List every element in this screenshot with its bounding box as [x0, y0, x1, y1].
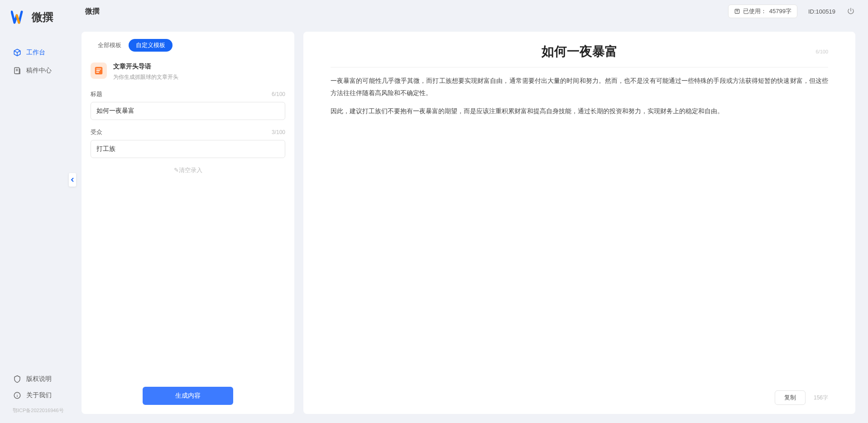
divider: [331, 67, 828, 67]
output-header: 6/100: [303, 32, 855, 63]
form-group-audience: 受众 3/100: [91, 128, 285, 158]
sidebar-footer: 版权说明 关于我们: [0, 371, 72, 404]
icp-text: 鄂ICP备2022016946号: [0, 404, 72, 414]
audience-input[interactable]: [91, 140, 285, 158]
template-header: 文章开头导语 为你生成抓眼球的文章开头: [82, 57, 294, 90]
logout-button[interactable]: [846, 7, 855, 16]
power-icon: [847, 7, 855, 15]
output-footer: 复制 156字: [303, 383, 855, 414]
footer-item-about[interactable]: 关于我们: [13, 387, 72, 404]
template-icon: [91, 62, 107, 79]
tab-all-templates[interactable]: 全部模板: [91, 39, 129, 52]
template-desc: 为你生成抓眼球的文章开头: [113, 73, 178, 81]
output-paragraph: 一夜暴富的可能性几乎微乎其微，而打工族想要实现财富自由，通常需要付出大量的时间和…: [331, 75, 828, 99]
document-icon: [13, 66, 22, 75]
footer-item-copyright[interactable]: 版权说明: [13, 371, 72, 387]
sidebar: 微撰 工作台: [0, 0, 72, 423]
text-icon: [734, 8, 740, 14]
shield-icon: [13, 375, 22, 384]
template-title: 文章开头导语: [113, 62, 178, 71]
tabs: 全部模板 自定义模板: [82, 32, 294, 57]
output-word-count: 156字: [814, 394, 828, 402]
right-panel: 6/100 一夜暴富的可能性几乎微乎其微，而打工族想要实现财富自由，通常需要付出…: [303, 32, 855, 414]
template-info: 文章开头导语 为你生成抓眼球的文章开头: [113, 62, 178, 81]
form: 标题 6/100 受众 3/100 ✎清空录入: [82, 90, 294, 380]
logo-icon: [11, 9, 27, 25]
page-title: 微撰: [85, 7, 100, 16]
usage-badge[interactable]: 已使用： 45799字: [728, 5, 797, 18]
usage-value: 45799字: [769, 7, 791, 15]
nav: 工作台 稿件中心: [0, 43, 72, 371]
copy-button[interactable]: 复制: [775, 390, 806, 405]
cube-icon: [13, 48, 22, 57]
generate-button[interactable]: 生成内容: [143, 387, 233, 405]
output-title-count: 6/100: [815, 49, 828, 54]
logo[interactable]: 微撰: [0, 9, 72, 25]
output-title-input[interactable]: [331, 44, 828, 59]
nav-item-drafts[interactable]: 稿件中心: [13, 62, 72, 80]
title-label: 标题: [91, 90, 102, 98]
header-right: 已使用： 45799字 ID:100519: [728, 5, 855, 18]
clear-input-button[interactable]: ✎清空录入: [91, 166, 285, 174]
usage-label: 已使用：: [743, 7, 767, 15]
form-group-title: 标题 6/100: [91, 90, 285, 120]
nav-item-label: 稿件中心: [26, 67, 52, 75]
info-icon: [13, 391, 22, 400]
sidebar-collapse-button[interactable]: [69, 173, 76, 187]
tab-custom-templates[interactable]: 自定义模板: [129, 39, 173, 52]
nav-item-workspace[interactable]: 工作台: [13, 43, 72, 62]
audience-label: 受众: [91, 128, 102, 136]
footer-item-label: 关于我们: [26, 391, 52, 399]
output-paragraph: 因此，建议打工族们不要抱有一夜暴富的期望，而是应该注重积累财富和提高自身技能，通…: [331, 105, 828, 117]
chevron-left-icon: [71, 177, 74, 183]
footer-item-label: 版权说明: [26, 375, 52, 383]
output-body[interactable]: 一夜暴富的可能性几乎微乎其微，而打工族想要实现财富自由，通常需要付出大量的时间和…: [303, 75, 855, 383]
main: 微撰 已使用： 45799字 ID:100519: [72, 0, 868, 423]
left-panel: 全部模板 自定义模板 文章开头导语 为你生成抓眼球的文章开头: [82, 32, 294, 414]
audience-char-count: 3/100: [272, 129, 285, 135]
title-input[interactable]: [91, 102, 285, 120]
header: 微撰 已使用： 45799字 ID:100519: [72, 0, 868, 23]
nav-item-label: 工作台: [26, 48, 45, 57]
user-id: ID:100519: [808, 8, 835, 15]
logo-text: 微撰: [32, 10, 53, 24]
content: 全部模板 自定义模板 文章开头导语 为你生成抓眼球的文章开头: [72, 23, 868, 423]
title-char-count: 6/100: [272, 91, 285, 97]
